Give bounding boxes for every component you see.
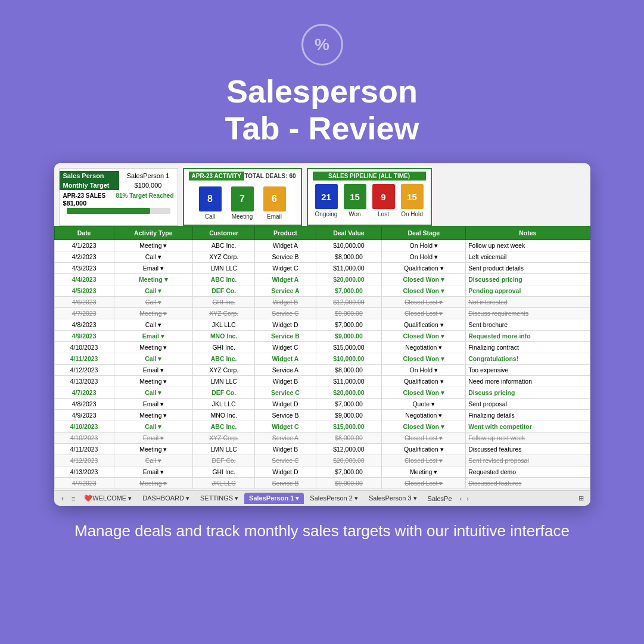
table-cell[interactable]: Email ▾ [114, 365, 192, 376]
table-cell[interactable]: Closed Lost ▾ [382, 308, 466, 319]
table-cell[interactable]: Email ▾ [114, 466, 192, 478]
table-cell[interactable]: Qualification ▾ [382, 444, 466, 455]
table-cell: Service A [255, 365, 316, 376]
table-cell[interactable]: Closed Lost ▾ [382, 478, 466, 489]
table-cell[interactable]: Qualification ▾ [382, 319, 466, 331]
table-cell[interactable]: Meeting ▾ [114, 376, 192, 387]
table-cell: Service A [255, 285, 316, 297]
table-cell: Widget B [255, 376, 316, 387]
table-cell[interactable]: Meeting ▾ [114, 308, 192, 319]
table-cell[interactable]: Meeting ▾ [114, 274, 192, 285]
table-cell[interactable]: Call ▾ [114, 353, 192, 365]
table-row: 4/9/2023Meeting ▾MNO Inc.Service B$9,000… [54, 410, 590, 421]
table-cell: DEF Co. [192, 285, 254, 297]
tab-salesperson3[interactable]: SalesPerson 3 ▾ [364, 493, 422, 504]
table-cell[interactable]: Meeting ▾ [114, 410, 192, 421]
table-cell: Service C [255, 387, 316, 399]
table-cell[interactable]: Closed Lost ▾ [382, 433, 466, 444]
monthly-target-value: $100,000 [119, 181, 178, 190]
table-cell: $20,000.00 [316, 274, 382, 285]
table-row: 4/12/2023Email ▾XYZ Corp.Service A$8,000… [54, 365, 590, 376]
table-cell[interactable]: Qualification ▾ [382, 263, 466, 274]
data-table: Date Activity Type Customer Product Deal… [54, 226, 590, 489]
table-cell[interactable]: Closed Lost ▾ [382, 455, 466, 466]
table-cell[interactable]: Closed Won ▾ [382, 353, 466, 365]
badge-icon: % [301, 24, 343, 66]
onhold-label: On Hold [401, 211, 423, 217]
table-cell[interactable]: Closed Won ▾ [382, 274, 466, 285]
table-cell[interactable]: Call ▾ [114, 387, 192, 399]
table-cell[interactable]: Meeting ▾ [114, 444, 192, 455]
table-cell: XYZ Corp. [192, 251, 254, 263]
table-cell: $9,000.00 [316, 308, 382, 319]
table-cell[interactable]: Meeting ▾ [114, 342, 192, 353]
tab-salesperson1[interactable]: SalesPerson 1 ▾ [244, 493, 304, 504]
table-cell[interactable]: Closed Won ▾ [382, 331, 466, 342]
table-cell[interactable]: Email ▾ [114, 263, 192, 274]
table-cell[interactable]: Negotiation ▾ [382, 342, 466, 353]
activity-title: APR-23 ACTIVITY [189, 172, 245, 181]
table-cell: MNO Inc. [192, 410, 254, 421]
tab-next[interactable]: › [465, 495, 471, 502]
table-cell: 4/12/2023 [54, 365, 114, 376]
tab-dashboard[interactable]: DASHBOARD ▾ [138, 493, 194, 504]
table-cell[interactable]: Quote ▾ [382, 399, 466, 410]
table-cell: $7,000.00 [316, 319, 382, 331]
won-label: Won [349, 211, 360, 217]
table-cell[interactable]: Closed Lost ▾ [382, 297, 466, 308]
table-cell: $12,000.00 [316, 444, 382, 455]
lost-bar: 9 [372, 184, 395, 209]
table-row: 4/10/2023Meeting ▾GHI Inc.Widget C$15,00… [54, 342, 590, 353]
table-cell[interactable]: Call ▾ [114, 285, 192, 297]
table-cell: $8,000.00 [316, 365, 382, 376]
table-cell[interactable]: Call ▾ [114, 251, 192, 263]
table-cell[interactable]: Meeting ▾ [114, 478, 192, 489]
activity-header: APR-23 ACTIVITY TOTAL DEALS: 60 [189, 172, 296, 181]
tab-welcome[interactable]: ❤️WELCOME ▾ [79, 493, 136, 504]
tab-salesperson2[interactable]: SalesPerson 2 ▾ [305, 493, 363, 504]
table-row: 4/8/2023Call ▾JKL LLCWidget D$7,000.00Qu… [54, 319, 590, 331]
table-cell: GHI Inc. [192, 342, 254, 353]
sales-value: $81,000 [63, 200, 174, 207]
table-cell[interactable]: Email ▾ [114, 331, 192, 342]
table-cell: $12,000.00 [316, 297, 382, 308]
tab-add-right[interactable]: ⊞ [575, 493, 587, 503]
table-cell: $10,000.00 [316, 353, 382, 365]
table-cell[interactable]: On Hold ▾ [382, 365, 466, 376]
tab-prev[interactable]: ‹ [458, 495, 464, 502]
table-cell[interactable]: Closed Won ▾ [382, 285, 466, 297]
table-cell[interactable]: Call ▾ [114, 319, 192, 331]
ongoing-bar: 21 [315, 184, 338, 209]
tab-add-button[interactable]: + [58, 494, 67, 503]
table-cell[interactable]: Email ▾ [114, 399, 192, 410]
meeting-label: Meeting [232, 213, 253, 220]
table-cell: Went with competitor [466, 421, 590, 433]
table-cell[interactable]: Meeting ▾ [382, 466, 466, 478]
table-cell[interactable]: Meeting ▾ [114, 240, 192, 251]
col-product: Product [255, 226, 316, 240]
activity-box: APR-23 ACTIVITY TOTAL DEALS: 60 8 Call 7… [183, 168, 302, 226]
table-cell[interactable]: Negotiation ▾ [382, 410, 466, 421]
tab-settings[interactable]: SETTINGS ▾ [195, 493, 243, 504]
tab-salesperson4[interactable]: SalesPe [423, 493, 457, 504]
table-row: 4/7/2023Call ▾DEF Co.Service C$20,000.00… [54, 387, 590, 399]
table-cell: 4/8/2023 [54, 399, 114, 410]
table-cell[interactable]: Email ▾ [114, 433, 192, 444]
table-cell: 4/8/2023 [54, 319, 114, 331]
table-cell: $7,000.00 [316, 466, 382, 478]
table-cell[interactable]: Call ▾ [114, 297, 192, 308]
onhold-col: 15 On Hold [401, 184, 424, 217]
table-cell: Too expensive [466, 365, 590, 376]
progress-bar [67, 208, 170, 214]
table-cell[interactable]: Call ▾ [114, 455, 192, 466]
table-cell[interactable]: Qualification ▾ [382, 376, 466, 387]
table-cell[interactable]: Closed Won ▾ [382, 421, 466, 433]
table-cell[interactable]: Call ▾ [114, 421, 192, 433]
tab-menu-icon[interactable]: ≡ [69, 494, 78, 503]
table-cell[interactable]: On Hold ▾ [382, 240, 466, 251]
table-cell: MNO Inc. [192, 331, 254, 342]
table-cell[interactable]: On Hold ▾ [382, 251, 466, 263]
table-cell: GHI Inc. [192, 466, 254, 478]
table-cell[interactable]: Closed Won ▾ [382, 387, 466, 399]
table-row: 4/3/2023Email ▾LMN LLCWidget C$11,000.00… [54, 263, 590, 274]
